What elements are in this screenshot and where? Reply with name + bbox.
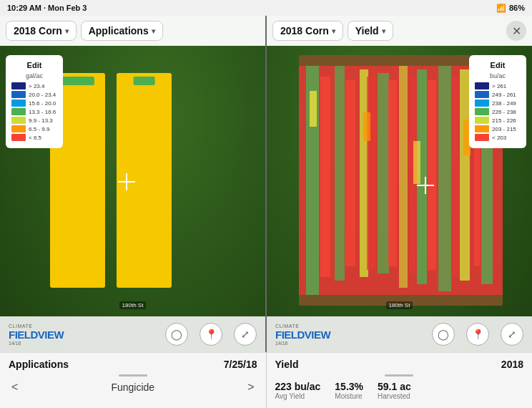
svg-rect-13 <box>320 77 330 277</box>
legend-color-3 <box>11 99 26 107</box>
right-legend-label-4: 226 - 238 <box>492 109 516 115</box>
left-crosshair[interactable] <box>118 173 135 190</box>
left-info-panel: Applications 7/25/18 < Fungicide > <box>0 353 267 408</box>
legend-label-5: 9.9 - 13.3 <box>29 117 53 124</box>
right-legend-title[interactable]: Edit <box>475 61 521 69</box>
left-next-arrow[interactable]: > <box>245 381 257 394</box>
right-logo-climate: CLIMATE <box>275 324 299 329</box>
left-locate-btn[interactable]: ◯ <box>165 323 188 346</box>
left-expand-btn[interactable]: ⤢ <box>234 323 257 346</box>
left-info-sub: < Fungicide > <box>9 381 257 394</box>
right-fieldview-logo: CLIMATE FIELDVIEW 14/16 <box>275 324 330 346</box>
right-legend-color-3 <box>475 99 489 107</box>
right-bottom-icons: ◯ 📍 ⤢ <box>432 323 523 346</box>
legend-item-3: 15.6 - 20.0 <box>11 99 57 107</box>
right-legend-label-5: 215 - 226 <box>492 117 516 124</box>
left-bottom-icons: ◯ 📍 ⤢ <box>165 323 257 346</box>
right-pin-btn[interactable]: 📍 <box>466 323 489 346</box>
svg-rect-14 <box>345 80 355 266</box>
legend-color-4 <box>11 108 26 115</box>
left-logo-climate: CLIMATE <box>9 324 32 329</box>
right-road-label: 180th St <box>386 301 413 309</box>
left-crop-dropdown[interactable]: 2018 Corn ▾ <box>6 21 77 41</box>
stat-harvested: 59.1 ac Harvested <box>378 381 411 400</box>
left-field-visualization[interactable] <box>50 73 172 288</box>
stat-moisture: 15.3% Moisture <box>335 381 363 400</box>
legend-label-2: 20.0 - 23.4 <box>29 92 56 98</box>
right-info-title: Yield <box>275 359 299 370</box>
status-time: 10:29 AM · Mon Feb 3 <box>7 4 87 12</box>
stat-harvested-label: Harvested <box>378 392 411 400</box>
legend-item-4: 13.3 - 16.6 <box>11 108 57 115</box>
stat-harvested-value: 59.1 ac <box>378 381 411 392</box>
left-legend-unit: gal/ac <box>11 72 57 79</box>
left-legend-title[interactable]: Edit <box>11 61 57 69</box>
left-layer-dropdown[interactable]: Applications ▾ <box>81 21 163 41</box>
left-logo-main: FIELDVIEW <box>9 329 64 341</box>
battery-level: 86% <box>509 4 525 12</box>
right-expand-btn[interactable]: ⤢ <box>501 323 523 346</box>
legend-color-2 <box>11 91 26 98</box>
svg-rect-19 <box>453 77 458 277</box>
right-legend-color-6 <box>475 125 489 132</box>
left-fieldview-logo: CLIMATE FIELDVIEW 14/16 <box>9 324 64 346</box>
left-legend: Edit gal/ac > 23.4 20.0 - 23.4 15.6 - 20… <box>6 55 63 148</box>
legend-item-7: < 6.5 <box>11 134 57 141</box>
left-prev-arrow[interactable]: < <box>9 381 21 394</box>
right-layer-dropdown[interactable]: Yield ▾ <box>348 21 393 41</box>
right-legend-color-7 <box>475 134 489 141</box>
right-legend-color-2 <box>475 91 489 98</box>
legend-label-3: 15.6 - 20.0 <box>29 100 56 107</box>
left-crop-arrow: ▾ <box>65 27 69 35</box>
legend-label-6: 6.5 - 9.9 <box>29 126 49 132</box>
svg-rect-18 <box>428 80 436 270</box>
right-info-panel: Yield 2018 223 bu/ac Avg Yield 15.3% Moi… <box>267 353 533 408</box>
right-bottom-bar: CLIMATE FIELDVIEW 14/16 ◯ 📍 ⤢ <box>267 316 532 352</box>
info-bar: Applications 7/25/18 < Fungicide > Yield… <box>0 352 532 408</box>
left-layer-arrow: ▾ <box>152 27 155 35</box>
right-crosshair[interactable] <box>417 177 434 194</box>
right-legend-color-5 <box>475 117 489 124</box>
status-bar: 10:29 AM · Mon Feb 3 📶 86% <box>0 0 532 16</box>
stat-avg-yield-label: Avg Yield <box>275 392 321 400</box>
stat-avg-yield-value: 223 bu/ac <box>275 381 321 392</box>
legend-item-1: > 23.4 <box>11 82 57 89</box>
svg-rect-7 <box>378 73 389 273</box>
right-crop-dropdown[interactable]: 2018 Corn ▾ <box>272 21 343 41</box>
svg-rect-15 <box>367 77 375 270</box>
stat-avg-yield: 223 bu/ac Avg Yield <box>275 381 321 400</box>
svg-rect-16 <box>388 80 397 266</box>
right-info-year: 2018 <box>501 359 523 370</box>
right-logo-main: FIELDVIEW <box>275 329 330 341</box>
stat-moisture-value: 15.3% <box>335 381 363 392</box>
left-info-date: 7/25/18 <box>224 359 257 370</box>
right-layer-arrow: ▾ <box>382 27 385 35</box>
legend-label-7: < 6.5 <box>29 135 41 141</box>
svg-rect-8 <box>399 66 408 288</box>
legend-color-7 <box>11 134 26 141</box>
legend-label-4: 13.3 - 16.6 <box>29 109 56 115</box>
left-info-header: Applications 7/25/18 <box>9 359 257 370</box>
left-pin-btn[interactable]: 📍 <box>200 323 222 346</box>
left-bottom-bar: CLIMATE FIELDVIEW 14/16 ◯ 📍 ⤢ <box>0 316 265 352</box>
left-logo-sub: 14/16 <box>9 341 21 346</box>
right-legend-label-3: 238 - 249 <box>492 100 516 107</box>
right-info-header: Yield 2018 <box>275 359 524 370</box>
right-logo-sub: 14/16 <box>275 341 288 346</box>
svg-rect-22 <box>363 112 370 141</box>
svg-rect-21 <box>310 91 317 127</box>
legend-item-2: 20.0 - 23.4 <box>11 91 57 98</box>
panels-row: 2018 Corn ▾ Applications ▾ Edit gal/ac >… <box>0 16 532 352</box>
legend-item-5: 9.9 - 13.3 <box>11 117 57 124</box>
right-legend: Edit bu/ac > 261 249 - 261 238 - 249 226… <box>469 55 526 148</box>
close-btn[interactable]: ✕ <box>506 21 526 41</box>
left-info-title: Applications <box>9 359 69 370</box>
left-panel: 2018 Corn ▾ Applications ▾ Edit gal/ac >… <box>0 16 267 352</box>
right-legend-unit: bu/ac <box>475 72 521 79</box>
right-legend-label-2: 249 - 261 <box>492 92 516 98</box>
wifi-icon: 📶 <box>496 4 506 13</box>
right-locate-btn[interactable]: ◯ <box>432 323 455 346</box>
svg-rect-5 <box>335 66 345 281</box>
legend-color-6 <box>11 125 26 132</box>
legend-label-1: > 23.4 <box>29 83 44 89</box>
